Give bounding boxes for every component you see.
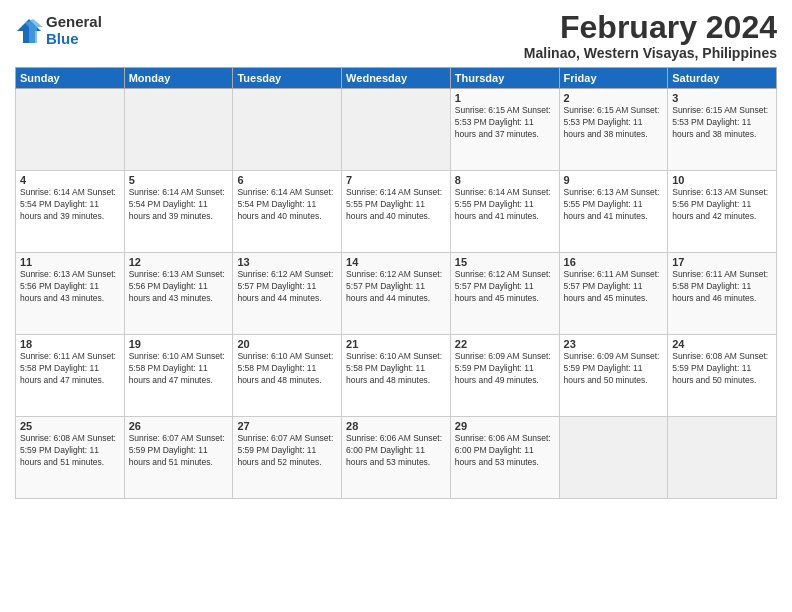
cell-content: Sunrise: 6:06 AM Sunset: 6:00 PM Dayligh… [346, 433, 446, 469]
calendar-cell [233, 89, 342, 171]
calendar-cell: 26Sunrise: 6:07 AM Sunset: 5:59 PM Dayli… [124, 417, 233, 499]
calendar-cell: 3Sunrise: 6:15 AM Sunset: 5:53 PM Daylig… [668, 89, 777, 171]
day-number: 17 [672, 256, 772, 268]
day-number: 29 [455, 420, 555, 432]
calendar-cell: 25Sunrise: 6:08 AM Sunset: 5:59 PM Dayli… [16, 417, 125, 499]
cell-content: Sunrise: 6:14 AM Sunset: 5:55 PM Dayligh… [455, 187, 555, 223]
cell-content: Sunrise: 6:08 AM Sunset: 5:59 PM Dayligh… [20, 433, 120, 469]
cell-content: Sunrise: 6:07 AM Sunset: 5:59 PM Dayligh… [129, 433, 229, 469]
calendar-cell: 2Sunrise: 6:15 AM Sunset: 5:53 PM Daylig… [559, 89, 668, 171]
calendar-cell [559, 417, 668, 499]
calendar-cell: 10Sunrise: 6:13 AM Sunset: 5:56 PM Dayli… [668, 171, 777, 253]
logo: General Blue [15, 14, 102, 47]
cell-content: Sunrise: 6:12 AM Sunset: 5:57 PM Dayligh… [455, 269, 555, 305]
cell-content: Sunrise: 6:15 AM Sunset: 5:53 PM Dayligh… [564, 105, 664, 141]
week-row-0: 1Sunrise: 6:15 AM Sunset: 5:53 PM Daylig… [16, 89, 777, 171]
calendar-cell [668, 417, 777, 499]
day-number: 1 [455, 92, 555, 104]
cell-content: Sunrise: 6:14 AM Sunset: 5:54 PM Dayligh… [20, 187, 120, 223]
week-row-3: 18Sunrise: 6:11 AM Sunset: 5:58 PM Dayli… [16, 335, 777, 417]
calendar-cell: 20Sunrise: 6:10 AM Sunset: 5:58 PM Dayli… [233, 335, 342, 417]
cell-content: Sunrise: 6:14 AM Sunset: 5:54 PM Dayligh… [129, 187, 229, 223]
header-cell-thursday: Thursday [450, 68, 559, 89]
day-number: 18 [20, 338, 120, 350]
day-number: 24 [672, 338, 772, 350]
header-cell-monday: Monday [124, 68, 233, 89]
cell-content: Sunrise: 6:15 AM Sunset: 5:53 PM Dayligh… [455, 105, 555, 141]
header-row: SundayMondayTuesdayWednesdayThursdayFrid… [16, 68, 777, 89]
header: General Blue February 2024 Malinao, West… [15, 10, 777, 61]
calendar-cell: 4Sunrise: 6:14 AM Sunset: 5:54 PM Daylig… [16, 171, 125, 253]
day-number: 6 [237, 174, 337, 186]
calendar-cell: 11Sunrise: 6:13 AM Sunset: 5:56 PM Dayli… [16, 253, 125, 335]
cell-content: Sunrise: 6:14 AM Sunset: 5:54 PM Dayligh… [237, 187, 337, 223]
day-number: 5 [129, 174, 229, 186]
cell-content: Sunrise: 6:07 AM Sunset: 5:59 PM Dayligh… [237, 433, 337, 469]
calendar-cell: 12Sunrise: 6:13 AM Sunset: 5:56 PM Dayli… [124, 253, 233, 335]
calendar-cell: 13Sunrise: 6:12 AM Sunset: 5:57 PM Dayli… [233, 253, 342, 335]
calendar-cell: 23Sunrise: 6:09 AM Sunset: 5:59 PM Dayli… [559, 335, 668, 417]
calendar-cell [342, 89, 451, 171]
calendar-cell: 17Sunrise: 6:11 AM Sunset: 5:58 PM Dayli… [668, 253, 777, 335]
calendar-cell: 29Sunrise: 6:06 AM Sunset: 6:00 PM Dayli… [450, 417, 559, 499]
logo-blue-text: Blue [46, 31, 102, 48]
day-number: 28 [346, 420, 446, 432]
calendar-cell: 19Sunrise: 6:10 AM Sunset: 5:58 PM Dayli… [124, 335, 233, 417]
day-number: 16 [564, 256, 664, 268]
calendar-cell: 9Sunrise: 6:13 AM Sunset: 5:55 PM Daylig… [559, 171, 668, 253]
cell-content: Sunrise: 6:11 AM Sunset: 5:58 PM Dayligh… [672, 269, 772, 305]
day-number: 26 [129, 420, 229, 432]
day-number: 15 [455, 256, 555, 268]
week-row-2: 11Sunrise: 6:13 AM Sunset: 5:56 PM Dayli… [16, 253, 777, 335]
day-number: 12 [129, 256, 229, 268]
subtitle: Malinao, Western Visayas, Philippines [524, 45, 777, 61]
cell-content: Sunrise: 6:10 AM Sunset: 5:58 PM Dayligh… [129, 351, 229, 387]
cell-content: Sunrise: 6:11 AM Sunset: 5:58 PM Dayligh… [20, 351, 120, 387]
day-number: 13 [237, 256, 337, 268]
cell-content: Sunrise: 6:11 AM Sunset: 5:57 PM Dayligh… [564, 269, 664, 305]
cell-content: Sunrise: 6:09 AM Sunset: 5:59 PM Dayligh… [455, 351, 555, 387]
day-number: 3 [672, 92, 772, 104]
header-cell-saturday: Saturday [668, 68, 777, 89]
day-number: 20 [237, 338, 337, 350]
calendar-cell: 16Sunrise: 6:11 AM Sunset: 5:57 PM Dayli… [559, 253, 668, 335]
week-row-1: 4Sunrise: 6:14 AM Sunset: 5:54 PM Daylig… [16, 171, 777, 253]
month-title: February 2024 [524, 10, 777, 45]
cell-content: Sunrise: 6:06 AM Sunset: 6:00 PM Dayligh… [455, 433, 555, 469]
calendar-cell: 28Sunrise: 6:06 AM Sunset: 6:00 PM Dayli… [342, 417, 451, 499]
logo-general-text: General [46, 14, 102, 31]
header-cell-friday: Friday [559, 68, 668, 89]
header-cell-wednesday: Wednesday [342, 68, 451, 89]
cell-content: Sunrise: 6:13 AM Sunset: 5:56 PM Dayligh… [20, 269, 120, 305]
cell-content: Sunrise: 6:13 AM Sunset: 5:56 PM Dayligh… [672, 187, 772, 223]
calendar-cell: 27Sunrise: 6:07 AM Sunset: 5:59 PM Dayli… [233, 417, 342, 499]
calendar-cell: 6Sunrise: 6:14 AM Sunset: 5:54 PM Daylig… [233, 171, 342, 253]
calendar-cell: 18Sunrise: 6:11 AM Sunset: 5:58 PM Dayli… [16, 335, 125, 417]
cell-content: Sunrise: 6:10 AM Sunset: 5:58 PM Dayligh… [237, 351, 337, 387]
day-number: 8 [455, 174, 555, 186]
calendar-cell: 15Sunrise: 6:12 AM Sunset: 5:57 PM Dayli… [450, 253, 559, 335]
day-number: 2 [564, 92, 664, 104]
cell-content: Sunrise: 6:09 AM Sunset: 5:59 PM Dayligh… [564, 351, 664, 387]
calendar-cell: 24Sunrise: 6:08 AM Sunset: 5:59 PM Dayli… [668, 335, 777, 417]
cell-content: Sunrise: 6:13 AM Sunset: 5:55 PM Dayligh… [564, 187, 664, 223]
day-number: 21 [346, 338, 446, 350]
day-number: 4 [20, 174, 120, 186]
cell-content: Sunrise: 6:12 AM Sunset: 5:57 PM Dayligh… [346, 269, 446, 305]
calendar-cell: 7Sunrise: 6:14 AM Sunset: 5:55 PM Daylig… [342, 171, 451, 253]
day-number: 10 [672, 174, 772, 186]
week-row-4: 25Sunrise: 6:08 AM Sunset: 5:59 PM Dayli… [16, 417, 777, 499]
day-number: 22 [455, 338, 555, 350]
title-area: February 2024 Malinao, Western Visayas, … [524, 10, 777, 61]
cell-content: Sunrise: 6:13 AM Sunset: 5:56 PM Dayligh… [129, 269, 229, 305]
cell-content: Sunrise: 6:08 AM Sunset: 5:59 PM Dayligh… [672, 351, 772, 387]
cell-content: Sunrise: 6:10 AM Sunset: 5:58 PM Dayligh… [346, 351, 446, 387]
calendar-table: SundayMondayTuesdayWednesdayThursdayFrid… [15, 67, 777, 499]
logo-text: General Blue [46, 14, 102, 47]
day-number: 27 [237, 420, 337, 432]
day-number: 25 [20, 420, 120, 432]
cell-content: Sunrise: 6:15 AM Sunset: 5:53 PM Dayligh… [672, 105, 772, 141]
calendar-cell [16, 89, 125, 171]
calendar-cell [124, 89, 233, 171]
header-cell-sunday: Sunday [16, 68, 125, 89]
